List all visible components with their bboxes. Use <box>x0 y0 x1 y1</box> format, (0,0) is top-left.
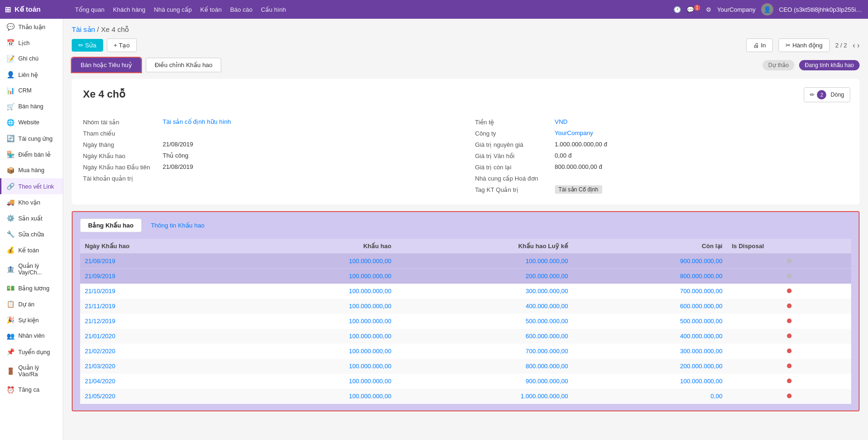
sidebar-item-quan-ly-vay[interactable]: 🏦 Quản lý Vay/Ch... <box>0 258 63 280</box>
company-selector[interactable]: YourCompany <box>717 6 756 13</box>
print-button[interactable]: 🖨 In <box>746 38 773 52</box>
sidebar-item-lich[interactable]: 📅 Lịch <box>0 35 63 51</box>
cell-con-lai: 400.000.000,00 <box>573 329 727 344</box>
cell-date[interactable]: 21/09/2019 <box>80 269 241 284</box>
cell-date[interactable]: 21/02/2020 <box>80 344 241 359</box>
cell-date[interactable]: 21/05/2020 <box>80 389 241 404</box>
edit-button[interactable]: ✏ Sửa <box>72 39 103 52</box>
app-name: Kế toán <box>15 5 41 14</box>
grid-icon[interactable]: ⊞ <box>5 5 11 14</box>
cell-date[interactable]: 21/11/2019 <box>80 299 241 314</box>
table-row: 21/01/2020 100.000.000,00 600.000.000,00… <box>80 329 851 344</box>
field-gia-tri-van-hoi: Giá trị Văn hồi 0,00 đ <box>475 150 849 161</box>
user-name[interactable]: CEO (s3kt5tli8jhhk0p3lp255inp9m8y57bu) <box>779 6 863 13</box>
calendar-icon: 📅 <box>6 39 15 46</box>
sidebar-item-ke-toan[interactable]: 💰 Kế toán <box>0 242 63 258</box>
cell-date[interactable]: 21/08/2019 <box>80 254 241 269</box>
value-cong-ty[interactable]: YourCompany <box>555 129 849 137</box>
sidebar-item-ban-hang[interactable]: 🛒 Bán hàng <box>0 99 63 114</box>
user-avatar[interactable]: 👤 <box>761 3 773 15</box>
sidebar-item-diem-ban-le[interactable]: 🏪 Điểm bán lẻ <box>0 146 63 162</box>
menu-ke-toan[interactable]: Kế toán <box>200 6 222 13</box>
breadcrumb-parent[interactable]: Tài sản <box>72 25 95 33</box>
sidebar-item-san-xuat[interactable]: ⚙️ Sản xuất <box>0 210 63 226</box>
value-gtcl: 800.000.000,00 đ <box>555 163 849 170</box>
top-right-area: 🕐 💬1 ⚙ YourCompany 👤 CEO (s3kt5tli8jhhk0… <box>673 3 863 15</box>
app-logo[interactable]: ⊞ Kế toán <box>5 5 66 14</box>
label-nhom-tai-san: Nhóm tài sản <box>83 118 158 126</box>
next-button[interactable]: › <box>857 41 860 50</box>
menu-nha-cung-cap[interactable]: Nhà cung cấp <box>154 6 192 13</box>
sidebar-item-du-an[interactable]: 📋 Dự án <box>0 296 63 312</box>
menu-khach-hang[interactable]: Khách hàng <box>113 6 145 13</box>
field-nha-cung-cap: Nhà cung cấp Hoá đơn <box>475 173 849 184</box>
value-tien-te[interactable]: VND <box>555 118 849 125</box>
sidebar-item-thao-luan[interactable]: 💬 Thảo luận <box>0 19 63 35</box>
table-row: 21/04/2020 100.000.000,00 900.000.000,00… <box>80 374 851 389</box>
value-nhom-tai-san[interactable]: Tài sản cố định hữu hình <box>163 118 456 125</box>
sidebar-item-website[interactable]: 🌐 Website <box>0 114 63 130</box>
sidebar-item-quan-ly-vao-ra[interactable]: 🚪 Quản lý Vào/Ra <box>0 360 63 382</box>
delivery-icon: 🚚 <box>6 198 15 206</box>
sidebar-item-tuyen-dung[interactable]: 📌 Tuyển dụng <box>0 344 63 360</box>
website-icon: 🌐 <box>6 119 15 126</box>
cell-date[interactable]: 21/01/2020 <box>80 329 241 344</box>
sidebar-label-diem-ban-le: Điểm bán lẻ <box>18 151 51 158</box>
crm-icon: 📊 <box>6 87 15 94</box>
cell-khau-hao: 100.000.000,00 <box>241 269 396 284</box>
sidebar-item-lien-he[interactable]: 👤 Liên hệ <box>0 67 63 83</box>
sidebar-item-tang-ca[interactable]: ⏰ Tăng ca <box>0 382 63 398</box>
menu-cau-hinh[interactable]: Cấu hình <box>261 6 286 13</box>
cell-date[interactable]: 21/04/2020 <box>80 374 241 389</box>
sidebar-item-mua-hang[interactable]: 📦 Mua hàng <box>0 162 63 178</box>
red-dot-icon <box>787 364 792 368</box>
message-icon[interactable]: 💬1 <box>687 5 701 13</box>
sidebar-item-nhan-vien[interactable]: 👥 Nhân viên <box>0 328 63 344</box>
cell-date[interactable]: 21/12/2019 <box>80 314 241 329</box>
col-header-disposal: Is Disposal <box>727 239 851 254</box>
sidebar-item-kho-van[interactable]: 🚚 Kho vận <box>0 194 63 210</box>
sidebar-item-sua-chua[interactable]: 🔧 Sửa chữa <box>0 226 63 242</box>
menu-tong-quan[interactable]: Tổng quan <box>75 6 105 13</box>
prev-button[interactable]: ‹ <box>853 41 855 50</box>
edit-dong-button[interactable]: ✏ 2 Dòng <box>804 87 850 102</box>
red-dot-icon <box>787 334 792 338</box>
create-button[interactable]: + Tạo <box>107 38 137 52</box>
cell-luy-ke: 700.000.000,00 <box>396 344 573 359</box>
menu-bao-cao[interactable]: Báo cáo <box>230 6 253 13</box>
sidebar-item-tai-cung-ung[interactable]: 🔄 Tái cung ứng <box>0 130 63 146</box>
dep-tab-thong-tin[interactable]: Thông tin Khấu hao <box>143 219 212 232</box>
sidebar-label-kho-van: Kho vận <box>18 199 40 206</box>
sidebar-item-su-kien[interactable]: 🎉 Sự kiện <box>0 312 63 328</box>
settings-icon[interactable]: ⚙ <box>706 6 711 13</box>
cell-disposal <box>727 389 851 404</box>
tab-dieu-chinh-khau-hao[interactable]: Điều chỉnh Khấu hao <box>146 58 221 72</box>
sidebar-item-ghi-chu[interactable]: 📝 Ghi chú <box>0 51 63 67</box>
cell-khau-hao: 100.000.000,00 <box>241 359 396 374</box>
sidebar-item-crm[interactable]: 📊 CRM <box>0 83 63 99</box>
cell-date[interactable]: 21/10/2019 <box>80 284 241 299</box>
cell-con-lai: 100.000.000,00 <box>573 374 727 389</box>
form-fields: Nhóm tài sản Tài sản cố định hữu hình Th… <box>83 116 848 195</box>
cell-khau-hao: 100.000.000,00 <box>241 329 396 344</box>
red-dot-icon <box>787 394 792 398</box>
label-gtcl: Giá trị còn lại <box>475 163 550 171</box>
form-card: Xe 4 chỗ ✏ 2 Dòng Nhóm tài sản Tài sản c… <box>72 79 860 205</box>
dong-label: Dòng <box>831 91 844 98</box>
clock-icon[interactable]: 🕐 <box>673 6 681 13</box>
action-button[interactable]: ✂ Hành động <box>778 38 830 52</box>
pos-icon: 🏪 <box>6 151 15 158</box>
sidebar-item-theo-vet-link[interactable]: 🔗 Theo vết Link <box>0 178 63 194</box>
main-content: Tài sản / Xe 4 chỗ ✏ Sửa + Tạo 🖨 In ✂ Hà… <box>63 19 868 440</box>
label-ngay-kh-dt: Ngày Khấu hao Đầu tiên <box>83 163 158 171</box>
manufacture-icon: ⚙️ <box>6 214 15 222</box>
tab-ban-hoac-tieu-huy[interactable]: Bán hoặc Tiêu huỷ <box>72 58 141 72</box>
sidebar-label-lich: Lịch <box>18 39 30 46</box>
value-tag: Tài sản Cố định <box>555 186 849 193</box>
sidebar-label-ban-hang: Bán hàng <box>18 103 44 110</box>
sidebar-item-bang-luong[interactable]: 💵 Bảng lương <box>0 280 63 296</box>
replenish-icon: 🔄 <box>6 135 15 142</box>
cell-date[interactable]: 21/03/2020 <box>80 359 241 374</box>
dep-tab-bang-khau-hao[interactable]: Bảng Khấu hao <box>80 219 142 232</box>
cell-khau-hao: 100.000.000,00 <box>241 389 396 404</box>
